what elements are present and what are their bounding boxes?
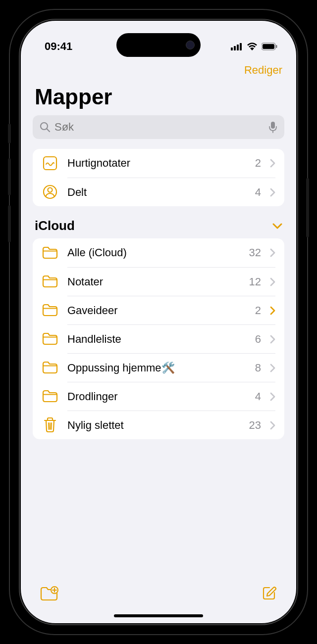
folder-icon bbox=[42, 302, 58, 319]
cellular-icon bbox=[231, 43, 243, 50]
item-count: 4 bbox=[255, 390, 261, 403]
folder-icon bbox=[42, 273, 58, 290]
list-item[interactable]: Hurtignotater2 bbox=[33, 149, 284, 178]
item-count: 2 bbox=[255, 157, 261, 170]
svg-rect-5 bbox=[263, 44, 274, 49]
list-item[interactable]: Delt4 bbox=[33, 178, 284, 206]
item-count: 8 bbox=[255, 362, 261, 374]
folder-icon bbox=[42, 388, 58, 405]
chevron-right-icon bbox=[270, 335, 275, 344]
trash-icon bbox=[42, 416, 58, 433]
item-count: 23 bbox=[249, 419, 261, 432]
chevron-right-icon bbox=[270, 364, 275, 372]
svg-rect-9 bbox=[271, 122, 275, 129]
mic-icon[interactable] bbox=[268, 121, 277, 133]
chevron-right-icon bbox=[270, 159, 275, 168]
list-item[interactable]: Oppussing hjemme🛠️8 bbox=[33, 353, 284, 382]
svg-line-20 bbox=[49, 423, 49, 429]
item-label: Gaveideer bbox=[67, 304, 246, 317]
top-list-group: Hurtignotater2Delt4 bbox=[33, 149, 284, 206]
list-item[interactable]: Notater12 bbox=[33, 267, 284, 296]
shared-icon bbox=[42, 184, 58, 200]
chevron-right-icon bbox=[270, 277, 275, 286]
folder-icon bbox=[42, 244, 58, 261]
front-camera bbox=[186, 41, 195, 49]
section-title: iCloud bbox=[35, 218, 75, 233]
item-label: Oppussing hjemme🛠️ bbox=[67, 362, 246, 374]
chevron-right-icon bbox=[270, 421, 275, 430]
dynamic-island bbox=[116, 33, 201, 57]
edit-button[interactable]: Rediger bbox=[244, 64, 282, 77]
item-count: 4 bbox=[255, 186, 261, 199]
item-count: 32 bbox=[249, 246, 261, 259]
volume-down-button bbox=[8, 205, 11, 242]
phone-frame: 09:41 Rediger Mapper bbox=[10, 10, 307, 634]
folder-icon bbox=[42, 359, 58, 376]
list-item[interactable]: Drodlinger4 bbox=[33, 382, 284, 411]
item-label: Hurtignotater bbox=[67, 157, 246, 170]
screen: 09:41 Rediger Mapper bbox=[21, 21, 296, 623]
folder-icon bbox=[42, 330, 58, 347]
list-item[interactable]: Alle (iCloud)32 bbox=[33, 238, 284, 267]
svg-rect-3 bbox=[240, 43, 242, 50]
status-icons bbox=[231, 43, 277, 50]
search-input[interactable] bbox=[54, 121, 264, 134]
search-icon bbox=[40, 122, 51, 133]
item-label: Delt bbox=[67, 186, 246, 199]
battery-icon bbox=[262, 43, 277, 50]
svg-rect-6 bbox=[276, 45, 277, 48]
svg-line-8 bbox=[47, 129, 50, 132]
item-label: Alle (iCloud) bbox=[67, 246, 240, 259]
chevron-right-icon bbox=[270, 392, 275, 401]
nav-bar: Rediger bbox=[21, 58, 296, 81]
compose-button[interactable] bbox=[261, 585, 277, 602]
power-button bbox=[306, 178, 309, 237]
status-time: 09:41 bbox=[45, 40, 72, 53]
svg-rect-1 bbox=[234, 46, 236, 50]
item-label: Notater bbox=[67, 276, 240, 288]
chevron-right-icon bbox=[270, 248, 275, 257]
page-title: Mapper bbox=[21, 81, 296, 115]
svg-rect-0 bbox=[231, 47, 233, 50]
item-count: 12 bbox=[249, 276, 261, 288]
svg-rect-11 bbox=[44, 157, 56, 170]
silent-switch bbox=[8, 124, 11, 143]
search-bar[interactable] bbox=[33, 115, 284, 139]
item-label: Drodlinger bbox=[67, 390, 246, 403]
chevron-right-icon bbox=[270, 306, 275, 315]
list-item[interactable]: Gaveideer2 bbox=[33, 296, 284, 324]
volume-up-button bbox=[8, 158, 11, 195]
svg-rect-2 bbox=[237, 45, 239, 50]
section-header-icloud[interactable]: iCloud bbox=[21, 206, 296, 238]
item-label: Handleliste bbox=[67, 333, 246, 346]
item-label: Nylig slettet bbox=[67, 419, 240, 432]
icloud-list-group: Alle (iCloud)32Notater12Gaveideer2Handle… bbox=[33, 238, 284, 439]
quicknote-icon bbox=[42, 155, 58, 172]
wifi-icon bbox=[247, 43, 258, 50]
home-indicator[interactable] bbox=[114, 614, 203, 617]
list-item[interactable]: Handleliste6 bbox=[33, 324, 284, 353]
svg-line-22 bbox=[52, 423, 52, 429]
chevron-down-icon bbox=[272, 223, 282, 229]
item-count: 6 bbox=[255, 333, 261, 346]
svg-point-13 bbox=[48, 188, 53, 192]
item-count: 2 bbox=[255, 304, 261, 317]
new-folder-button[interactable] bbox=[40, 586, 58, 601]
chevron-right-icon bbox=[270, 188, 275, 197]
list-item[interactable]: Nylig slettet23 bbox=[33, 411, 284, 439]
